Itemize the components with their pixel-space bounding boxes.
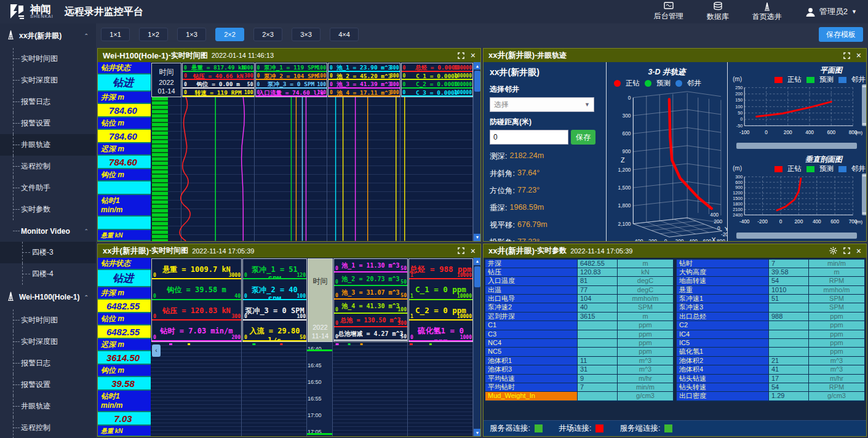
section-horizontal-slider[interactable] (736, 233, 857, 239)
collapse-caret-icon[interactable]: ⌃ (84, 294, 89, 300)
layout-button-4×4[interactable]: 4×4 (330, 28, 359, 41)
save-template-button[interactable]: 保存模板 (819, 27, 863, 42)
sidebar-item-3[interactable]: 报警日志 (0, 91, 96, 113)
svg-text:200: 200 (795, 219, 803, 225)
trajectory-stat: 投影角:77.23° (490, 237, 600, 241)
params-table: 井深6482.55m钻压120.83kN入口温度81degC出温77degC出口… (485, 259, 865, 402)
nav-backend-admin[interactable]: 后台管理 (654, 2, 683, 22)
table-row: 池体积441m^3 (677, 365, 864, 374)
svg-text:0: 0 (765, 130, 768, 135)
user-menu[interactable]: 管理员2 ▼ (805, 6, 857, 17)
layout-button-3×3[interactable]: 3×3 (292, 28, 321, 41)
param-value (98, 181, 151, 194)
param-name-cell: 入口温度 (485, 277, 578, 285)
sidebar-item-7[interactable]: 文件助手 (0, 177, 96, 199)
chart-plot-area[interactable] (151, 97, 473, 241)
param-name-cell: 大钩高度 (677, 268, 769, 276)
derrick-icon (6, 291, 15, 303)
sidebar-well-tree: xx井(新井眼)⌃实时时间图实时深度图报警日志报警设置井眼轨迹远程控制文件助手实… (0, 23, 96, 438)
scroll-down-icon[interactable]: ▼ (474, 234, 480, 241)
plan-view-plot: 平面图 正钻预测邻井 (m) 250200150100500-50-100020… (728, 62, 866, 151)
svg-text:0: 0 (779, 219, 782, 225)
sidebar-item-6[interactable]: 远程控制 (0, 156, 96, 177)
plot3d-title: 3-D 井轨迹 (607, 67, 727, 78)
collapse-caret-icon[interactable]: ⌃ (84, 228, 89, 234)
layout-button-2×3[interactable]: 2×3 (253, 28, 282, 41)
sidebar-item-16[interactable]: 报警设置 (0, 374, 96, 396)
connection-status-item: 服务端连接: (619, 423, 672, 434)
curve-label: 1C_2 = 0 ppm10000 (409, 300, 472, 321)
plan-horizontal-slider[interactable] (736, 143, 857, 149)
svg-text:150: 150 (735, 97, 743, 103)
plan-vertical-slider[interactable] (862, 84, 866, 126)
table-row: 平均钻速9m/hr (485, 375, 673, 383)
svg-text:600: 600 (830, 219, 839, 225)
scroll-down-icon[interactable]: ▼ (474, 429, 480, 436)
section-vertical-slider[interactable] (862, 173, 866, 215)
status-label: 服务器连接: (490, 423, 530, 434)
sidebar-item-18[interactable]: 远程控制 (0, 417, 96, 438)
sidebar-item-2[interactable]: 实时深度图 (0, 70, 96, 91)
close-icon[interactable]: × (856, 247, 861, 255)
curve-label: 0C_1 = 0.0000100000 (402, 72, 473, 81)
table-row: 井深6482.55m (485, 260, 673, 268)
sidebar-well-12[interactable]: Wei-H100(Hole-1)⌃ (0, 285, 96, 309)
scroll-up-icon[interactable]: ▲ (474, 62, 480, 70)
sidebar-item-label: 实时时间图 (21, 54, 58, 64)
curve-label: 0总烃 = 0.0000100000 (402, 63, 473, 72)
chart-scrollbar[interactable]: ▲ ▼ (473, 258, 480, 437)
user-icon (805, 7, 816, 17)
table-row: NC4ppm (485, 339, 673, 348)
save-distance-button[interactable]: 保存 (571, 130, 595, 145)
sidebar-item-14[interactable]: 实时深度图 (0, 331, 96, 352)
chart-scrollbar[interactable]: ▲ ▼ (473, 62, 480, 241)
curve-label: 0池_1 = 11.30 m^350 (334, 259, 407, 273)
collision-distance-input[interactable] (490, 130, 568, 145)
sidebar-item-10[interactable]: 四楼-3 (0, 242, 96, 263)
sidebar-item-9[interactable]: Monitor Video⌃ (0, 220, 96, 242)
collapse-caret-icon[interactable]: ⌃ (84, 33, 89, 39)
sidebar-item-4[interactable]: 报警设置 (0, 113, 96, 134)
curve-label: 0悬重 = 1009.7 kN3000 (152, 259, 241, 280)
curve-label: 0池_2 = 20.73 m^350 (334, 273, 407, 286)
svg-text:Z: Z (621, 156, 625, 164)
nav-database[interactable]: 数据库 (707, 2, 729, 22)
param-value-cell: 31 (578, 365, 618, 373)
layout-button-2×2[interactable]: 2×2 (215, 28, 244, 41)
sidebar-item-1[interactable]: 实时时间图 (0, 48, 96, 70)
param-name-cell: 池体积4 (677, 365, 769, 373)
layout-button-1×3[interactable]: 1×3 (177, 28, 206, 41)
sidebar-item-15[interactable]: 报警日志 (0, 352, 96, 374)
expand-icon[interactable] (458, 247, 464, 254)
param-value-cell: 1010 (769, 286, 809, 294)
param-unit-cell: min/m (618, 383, 673, 391)
sidebar-item-17[interactable]: 井眼轨迹 (0, 396, 96, 417)
expand-icon[interactable] (843, 247, 850, 254)
sidebar-item-5[interactable]: 井眼轨迹 (0, 134, 96, 156)
chart-plot-area[interactable]: 16:4016:4516:5016:5517:0017:05 ‹ (151, 342, 473, 437)
sidebar-item-13[interactable]: 实时时间图 (0, 309, 96, 331)
sidebar-item-11[interactable]: 四楼-4 (0, 263, 96, 285)
close-icon[interactable]: × (471, 247, 476, 255)
expand-icon[interactable] (843, 52, 850, 59)
sidebar-well-0[interactable]: xx井(新井眼)⌃ (0, 23, 96, 48)
nav-home-well-select[interactable]: 首页选井 (752, 2, 782, 22)
scroll-up-icon[interactable]: ▲ (474, 258, 480, 265)
param-value-cell: 17 (769, 375, 809, 383)
layout-toolbar: 1×11×21×32×22×33×34×4保存模板 (96, 23, 868, 46)
gear-icon[interactable] (829, 247, 837, 255)
close-icon[interactable]: × (856, 51, 861, 60)
chevron-down-icon: ▼ (584, 102, 590, 108)
expand-icon[interactable] (458, 52, 464, 59)
close-icon[interactable]: × (471, 51, 476, 60)
user-name: 管理员2 (819, 6, 848, 17)
table-row: 平均钻时7min/m (485, 383, 673, 392)
layout-button-1×2[interactable]: 1×2 (139, 28, 168, 41)
sidebar-item-8[interactable]: 实时参数 (0, 199, 96, 220)
svg-text:400: 400 (710, 212, 719, 218)
neighbor-well-select[interactable]: 选择▼ (490, 97, 594, 112)
param-value-cell: 120.83 (578, 268, 618, 276)
svg-text:900: 900 (623, 148, 631, 154)
scroll-left-button[interactable]: ‹ (152, 344, 161, 357)
layout-button-1×1[interactable]: 1×1 (101, 28, 130, 41)
